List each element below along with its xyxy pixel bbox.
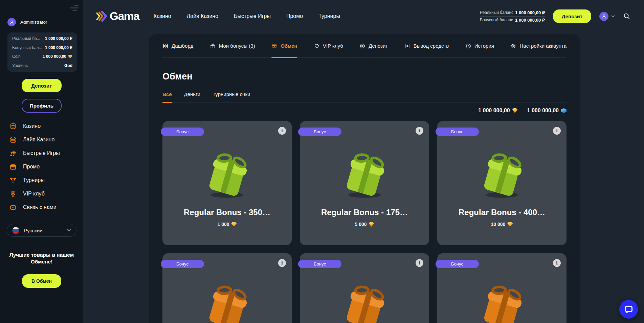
sidebar-item-fast-games[interactable]: Быстрые Игры xyxy=(0,146,83,160)
sidebar-profile-button[interactable]: Профиль xyxy=(22,99,62,113)
tab-withdraw[interactable]: Вывод средств xyxy=(404,34,449,57)
tab-exchange[interactable]: Обмен xyxy=(271,34,297,57)
bonus-price: 1 000 xyxy=(162,222,292,227)
bonus-card[interactable]: Бонус i Regular Bonus - 175… 5 000 xyxy=(300,121,429,245)
sidebar-promo-text: Лучшие товары в нашем Обмене! xyxy=(3,252,80,265)
sidebar-item-live-casino[interactable]: Лайв Казино xyxy=(0,133,83,146)
header-nav-fast-games[interactable]: Быстрые Игры xyxy=(234,13,271,19)
tab-deposit[interactable]: Депозит xyxy=(359,34,388,57)
header-nav-promo[interactable]: Промо xyxy=(286,13,303,19)
brand-logo[interactable]: Gama xyxy=(95,9,139,23)
bonus-price: 10 000 xyxy=(437,222,567,227)
info-icon[interactable]: i xyxy=(553,259,561,267)
tab-account-settings[interactable]: Настройки аккаунта xyxy=(510,34,567,57)
user-avatar-icon xyxy=(7,18,16,26)
bonus-title: Regular Bonus - 400… xyxy=(437,208,567,217)
account-avatar-icon xyxy=(599,12,608,21)
rocket-icon xyxy=(9,149,17,157)
chevron-down-icon xyxy=(611,15,615,18)
sidebar-item-tournaments[interactable]: Турниры xyxy=(0,174,83,187)
bonus-price: 5 000 xyxy=(300,222,429,227)
bonus-badge: Бонус xyxy=(436,128,479,136)
tab-history[interactable]: История xyxy=(465,34,494,57)
brand-name: Gama xyxy=(110,10,139,23)
header-bonus-balance-label: Бонусный баланс xyxy=(480,18,513,22)
sidebar: Administrator Реальный ба... 1 000 000,0… xyxy=(0,0,83,323)
live-chat-button[interactable] xyxy=(619,300,638,319)
sidebar-user[interactable]: Administrator xyxy=(7,18,47,26)
sidebar-item-label: Турниры xyxy=(23,177,45,183)
to-exchange-button[interactable]: В Обмен xyxy=(22,274,61,288)
gift-icon xyxy=(9,163,17,171)
coin-gem-icon xyxy=(231,222,237,227)
wallet-points: 1 000 000,00 xyxy=(527,108,567,114)
gift-box-image xyxy=(197,145,257,199)
sidebar-item-vip-club[interactable]: VIP клуб xyxy=(0,187,83,201)
sidebar-item-label: VIP клуб xyxy=(23,191,45,197)
tab-label: Дашборд xyxy=(172,43,193,49)
header-deposit-button[interactable]: Депозит xyxy=(553,9,591,23)
sidebar-collapse-menu-icon[interactable] xyxy=(70,5,79,13)
level-value: God xyxy=(64,63,72,68)
coin-balance-label: Coin xyxy=(12,54,21,59)
sidebar-item-promo[interactable]: Промо xyxy=(0,160,83,174)
tab-label: Депозит xyxy=(369,43,388,49)
tab-dashboard[interactable]: Дашборд xyxy=(162,34,193,57)
bonus-price-value: 5 000 xyxy=(355,222,367,227)
language-selector[interactable]: Русский xyxy=(7,224,76,237)
header-nav-casino[interactable]: Казино xyxy=(154,13,171,19)
level-label: Уровень xyxy=(12,63,28,68)
tab-label: История xyxy=(474,43,494,49)
sidebar-item-label: Быстрые Игры xyxy=(23,150,60,156)
header-real-balance-label: Реальный баланс xyxy=(480,10,513,15)
coin-dollar-icon xyxy=(359,43,365,49)
sidebar-deposit-button[interactable]: Депозит xyxy=(22,79,62,92)
search-button[interactable] xyxy=(623,13,630,20)
info-icon[interactable]: i xyxy=(553,127,561,135)
bonus-badge: Бонус xyxy=(436,260,479,268)
sidebar-item-contact-us[interactable]: Связь с нами xyxy=(0,201,83,214)
sidebar-item-label: Лайв Казино xyxy=(23,137,54,143)
level-row: Уровень God xyxy=(12,63,72,68)
chevron-down-icon xyxy=(67,229,71,232)
gift-icon xyxy=(210,43,216,49)
header-nav: Казино Лайв Казино Быстрые Игры Промо Ту… xyxy=(154,13,340,19)
bonus-title: Regular Bonus - 350… xyxy=(162,208,292,217)
header-nav-live-casino[interactable]: Лайв Казино xyxy=(187,13,218,19)
gift-box-image xyxy=(472,145,532,199)
bonus-price-value: 1 000 xyxy=(217,222,229,227)
real-balance-row: Реальный ба... 1 000 000,00 ₽ xyxy=(12,36,72,41)
filter-money[interactable]: Деньги xyxy=(184,91,200,97)
bonus-balance-row: Бонусный бал... 1 000 000,00 ₽ xyxy=(12,45,72,50)
account-panel: Дашборд Мои бонусы (3) Обмен VIP клуб Де… xyxy=(149,34,580,323)
bonus-card[interactable]: Бонус i Regular Bonus - 400… 10 000 xyxy=(437,121,567,245)
tab-my-bonuses[interactable]: Мои бонусы (3) xyxy=(210,34,255,57)
wallet-points-value: 1 000 000,00 xyxy=(527,108,559,114)
account-menu[interactable] xyxy=(599,12,615,21)
coin-gem-icon xyxy=(507,222,513,227)
info-icon[interactable]: i xyxy=(416,259,423,267)
sidebar-item-label: Промо xyxy=(23,164,40,170)
tab-label: Мои бонусы (3) xyxy=(219,43,255,49)
sidebar-balance-card: Реальный ба... 1 000 000,00 ₽ Бонусный б… xyxy=(7,32,77,72)
bonus-badge: Бонус xyxy=(161,260,204,268)
info-icon[interactable]: i xyxy=(278,259,286,267)
filter-all[interactable]: Все xyxy=(162,91,172,97)
bonus-card[interactable]: Бонус i xyxy=(437,253,567,323)
header-nav-tournaments[interactable]: Турниры xyxy=(318,13,340,19)
bonus-card[interactable]: Бонус i Regular Bonus - 350… 1 000 xyxy=(162,121,292,245)
info-icon[interactable]: i xyxy=(416,127,423,135)
info-icon[interactable]: i xyxy=(278,127,286,135)
filter-tournament-points[interactable]: Турнирные очки xyxy=(213,91,250,97)
vip-badge-icon xyxy=(9,190,17,198)
bonus-cards-grid: Бонус i Regular Bonus - 350… 1 000 Бонус… xyxy=(162,121,567,323)
russian-flag-icon xyxy=(12,227,19,234)
sidebar-nav: Казино Лайв Казино Быстрые Игры Промо Ту… xyxy=(0,119,83,214)
bonus-card[interactable]: Бонус i xyxy=(300,253,429,323)
withdraw-icon xyxy=(404,43,410,49)
bonus-card[interactable]: Бонус i xyxy=(162,253,292,323)
gift-box-image xyxy=(472,278,532,323)
sidebar-item-casino[interactable]: Казино xyxy=(0,119,83,133)
tab-vip-club[interactable]: VIP клуб xyxy=(314,34,343,57)
page-title: Обмен xyxy=(162,71,567,82)
